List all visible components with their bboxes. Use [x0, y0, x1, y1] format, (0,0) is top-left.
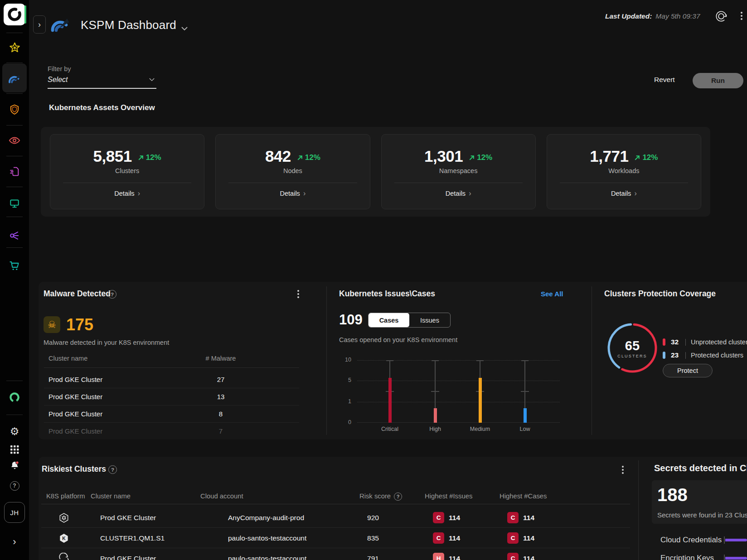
network-icon[interactable]: [7, 228, 22, 243]
malware-count-cell: 27: [196, 371, 246, 388]
severity-bar-chart: [357, 360, 560, 423]
sidebar-divider: [6, 187, 23, 187]
tab-cases[interactable]: Cases: [369, 313, 409, 327]
svg-text:K: K: [62, 536, 66, 541]
malware-table-row[interactable]: Prod GKE Cluster 8: [44, 406, 299, 423]
issues-count: 114: [449, 514, 460, 522]
whisker-cap: [432, 360, 439, 361]
last-updated: Last Updated: May 5th 09:37: [605, 12, 700, 20]
sidebar-divider: [6, 156, 23, 156]
eye-icon[interactable]: [7, 133, 22, 148]
document-icon[interactable]: [7, 164, 22, 179]
revert-button[interactable]: Revert: [654, 76, 675, 84]
sidebar-divider: [6, 93, 23, 94]
gear-icon[interactable]: [7, 424, 22, 439]
tab-issues[interactable]: Issues: [409, 313, 450, 327]
bell-icon[interactable]: [7, 458, 22, 473]
malware-subtitle: Malware detected in your K8S environment: [44, 339, 169, 346]
grid-icon[interactable]: [7, 442, 22, 457]
help-icon[interactable]: [7, 478, 22, 493]
riskiest-table-row[interactable]: K CLUSTER1.QM1.S1 paulo-santos-testaccou…: [41, 528, 630, 548]
chart-group-critical[interactable]: [380, 360, 400, 423]
kspm-gauge-icon[interactable]: [7, 71, 22, 85]
assets-overview-panel: 5,851 12% Clusters Details 842 12% Nodes…: [41, 127, 710, 217]
protect-button[interactable]: Protect: [663, 364, 713, 377]
chart-group-low[interactable]: [515, 360, 535, 423]
sidebar-expand-chevron-icon[interactable]: [7, 535, 22, 549]
kspm-dashboard: JH KSPM Dashboard Last Updated: May 5th …: [0, 0, 747, 560]
malware-table-row[interactable]: Prod GKE Cluster 13: [44, 388, 299, 406]
table-divider: [44, 367, 299, 368]
malware-table-row[interactable]: Prod GKE Cluster 7: [44, 423, 299, 440]
issues-count: 114: [449, 534, 460, 542]
chart-group-medium[interactable]: [470, 360, 490, 423]
malware-kebab-menu-icon[interactable]: [294, 289, 303, 299]
secrets-subtitle: Secrets were found in 23 Clusters: [657, 511, 747, 519]
riskiest-table-row[interactable]: Prod GKE Cluster paulo-santos-testaccoun…: [41, 548, 630, 560]
divider: [63, 183, 191, 183]
asset-value: 842: [265, 147, 291, 165]
select-chevron-down-icon: [149, 78, 155, 82]
sidebar-divider: [6, 125, 23, 126]
cart-icon[interactable]: [7, 258, 22, 273]
secret-item-label[interactable]: Encription Keys: [660, 554, 714, 560]
y-tick-10: 10: [326, 357, 351, 363]
y-tick-0: 0: [326, 419, 351, 425]
star-icon[interactable]: [7, 40, 22, 55]
sidebar-divider: [6, 217, 23, 217]
collapse-toggle-button[interactable]: [33, 15, 46, 34]
malware-help-icon[interactable]: [108, 290, 116, 299]
monitor-icon[interactable]: [7, 196, 22, 210]
secret-item-bar: [725, 539, 747, 541]
run-button[interactable]: Run: [693, 73, 743, 88]
bar-medium: [479, 378, 482, 423]
asset-label: Namespaces: [382, 167, 535, 174]
trend-up-icon: [137, 154, 144, 161]
axis-tick: [724, 555, 725, 560]
legend-pill-protected: [663, 352, 665, 359]
y-tick-1: 1: [326, 398, 351, 405]
riskiest-help-icon[interactable]: [108, 465, 117, 474]
col-header-account: Cloud account: [200, 492, 243, 500]
last-updated-label: Last Updated:: [605, 12, 652, 20]
secret-item-label[interactable]: Cloud Credentials: [660, 536, 722, 545]
header-kebab-menu-icon[interactable]: [737, 11, 746, 21]
x-label-critical: Critical: [370, 426, 410, 432]
chart-group-high[interactable]: [425, 360, 445, 423]
shield-icon[interactable]: [7, 102, 22, 117]
title-chevron-down-icon[interactable]: [181, 24, 188, 33]
details-link[interactable]: Details: [216, 189, 369, 198]
chevron-right-icon: [634, 189, 636, 197]
cluster-name: Prod GKE Cluster: [49, 371, 102, 388]
riskiest-kebab-menu-icon[interactable]: [618, 465, 627, 475]
skull-icon: [44, 316, 60, 333]
user-avatar[interactable]: JH: [4, 502, 25, 523]
filter-by-label: Filter by: [48, 65, 71, 72]
divider: [228, 183, 357, 183]
riskiest-table-row[interactable]: Prod GKE Cluster AnyCompany-audit-prod 9…: [41, 507, 630, 528]
details-link[interactable]: Details: [50, 189, 204, 198]
see-all-link[interactable]: See All: [541, 290, 563, 298]
refresh-icon[interactable]: [714, 9, 728, 25]
filter-select[interactable]: Select: [48, 74, 156, 89]
malware-col-header-count: # Malware: [196, 355, 246, 362]
risk-score-help-icon[interactable]: [394, 492, 402, 501]
legend-value: 32: [671, 338, 684, 346]
trend-up-icon: [296, 154, 303, 161]
ring-icon[interactable]: [7, 390, 22, 405]
legend-label: Protected clusters: [691, 352, 743, 359]
riskiest-panel-title: Riskiest Clusters: [42, 464, 106, 474]
trend-up-icon: [634, 154, 640, 161]
orca-logo-glyph: [7, 7, 22, 22]
sidebar-divider: [6, 33, 23, 33]
x-label-high: High: [415, 426, 455, 432]
cloud-account-cell: paulo-santos-testaccount: [228, 548, 306, 560]
donut-total: 65: [616, 338, 648, 353]
details-link[interactable]: Details: [547, 189, 701, 198]
malware-table-row[interactable]: Prod GKE Cluster 27: [44, 371, 299, 388]
y-tick-5: 5: [326, 377, 351, 383]
cloud-account-cell: paulo-santos-testaccount: [228, 528, 306, 548]
details-link[interactable]: Details: [382, 189, 535, 198]
col-header-risk-score: Risk score: [359, 492, 391, 500]
orca-logo[interactable]: [4, 4, 25, 25]
